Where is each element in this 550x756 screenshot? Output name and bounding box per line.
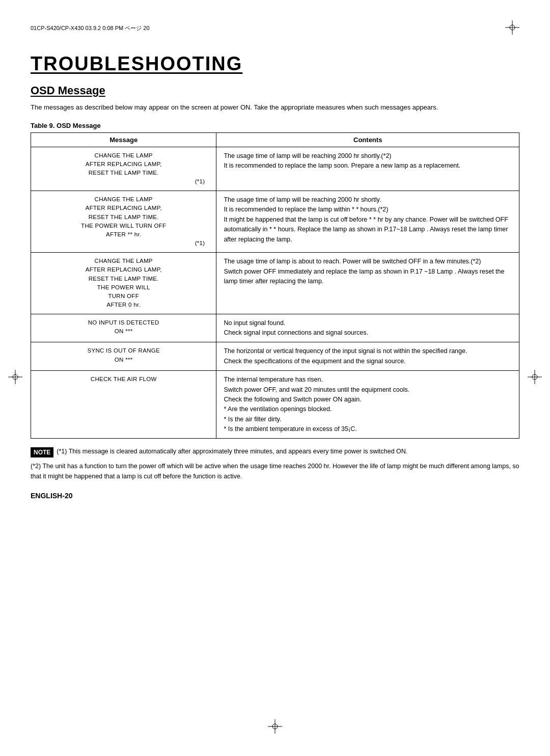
message-cell-0: CHANGE THE LAMPAFTER REPLACING LAMP,RESE… xyxy=(31,147,216,191)
content-cell-2: The usage time of lamp is about to reach… xyxy=(216,253,519,314)
table-row: CHANGE THE LAMPAFTER REPLACING LAMP,RESE… xyxy=(31,147,519,191)
page-container: 01CP-S420/CP-X430 03.9.2 0:08 PM ページ 20 … xyxy=(0,0,550,756)
table-row: CHECK THE AIR FLOWThe internal temperatu… xyxy=(31,371,519,439)
message-text-2: CHANGE THE LAMPAFTER REPLACING LAMP,RESE… xyxy=(38,257,209,310)
message-cell-3: NO INPUT IS DETECTEDON *** xyxy=(31,314,216,342)
table-caption: Table 9. OSD Message xyxy=(31,122,519,129)
message-text-3: NO INPUT IS DETECTEDON *** xyxy=(38,318,209,336)
table-row: CHANGE THE LAMPAFTER REPLACING LAMP,RESE… xyxy=(31,253,519,314)
note-ref-1: (*1) xyxy=(38,239,209,248)
table-row: CHANGE THE LAMPAFTER REPLACING LAMP,RESE… xyxy=(31,191,519,253)
header-crosshair xyxy=(505,20,519,36)
table-header-row: Message Contents xyxy=(31,132,519,147)
osd-table: Message Contents CHANGE THE LAMPAFTER RE… xyxy=(31,132,519,439)
col-header-message: Message xyxy=(31,132,216,147)
note-text: (*1) This message is cleared automatical… xyxy=(57,447,407,456)
message-text-0: CHANGE THE LAMPAFTER REPLACING LAMP,RESE… xyxy=(38,151,209,178)
message-cell-5: CHECK THE AIR FLOW xyxy=(31,371,216,439)
table-row: NO INPUT IS DETECTEDON ***No input signa… xyxy=(31,314,519,342)
content-cell-4: The horizontal or vertical frequency of … xyxy=(216,342,519,371)
note-label: NOTE xyxy=(31,447,53,457)
content-cell-0: The usage time of lamp will be reaching … xyxy=(216,147,519,191)
content-cell-5: The internal temperature has risen.Switc… xyxy=(216,371,519,439)
side-crosshair-left xyxy=(8,370,22,386)
message-cell-4: SYNC IS OUT OF RANGEON *** xyxy=(31,342,216,371)
intro-text: The messages as described below may appe… xyxy=(31,102,519,113)
message-text-1: CHANGE THE LAMPAFTER REPLACING LAMP,RESE… xyxy=(38,195,209,239)
section-title: OSD Message xyxy=(31,84,519,97)
content-cell-3: No input signal found.Check signal input… xyxy=(216,314,519,342)
page-title: TROUBLESHOOTING xyxy=(31,53,519,75)
bottom-crosshair xyxy=(268,719,282,736)
header-text: 01CP-S420/CP-X430 03.9.2 0:08 PM ページ 20 xyxy=(31,24,150,32)
page-header: 01CP-S420/CP-X430 03.9.2 0:08 PM ページ 20 xyxy=(31,20,519,38)
table-row: SYNC IS OUT OF RANGEON ***The horizontal… xyxy=(31,342,519,371)
message-cell-1: CHANGE THE LAMPAFTER REPLACING LAMP,RESE… xyxy=(31,191,216,253)
col-header-contents: Contents xyxy=(216,132,519,147)
note-paragraph: (*2) The unit has a function to turn the… xyxy=(31,462,519,481)
message-text-4: SYNC IS OUT OF RANGEON *** xyxy=(38,346,209,364)
note-ref-0: (*1) xyxy=(38,177,209,186)
message-cell-2: CHANGE THE LAMPAFTER REPLACING LAMP,RESE… xyxy=(31,253,216,314)
content-cell-1: The usage time of lamp will be reaching … xyxy=(216,191,519,253)
message-text-5: CHECK THE AIR FLOW xyxy=(38,375,209,384)
note-box: NOTE (*1) This message is cleared automa… xyxy=(31,447,519,457)
side-crosshair-right xyxy=(528,370,542,386)
footer-text: ENGLISH-20 xyxy=(31,492,519,500)
